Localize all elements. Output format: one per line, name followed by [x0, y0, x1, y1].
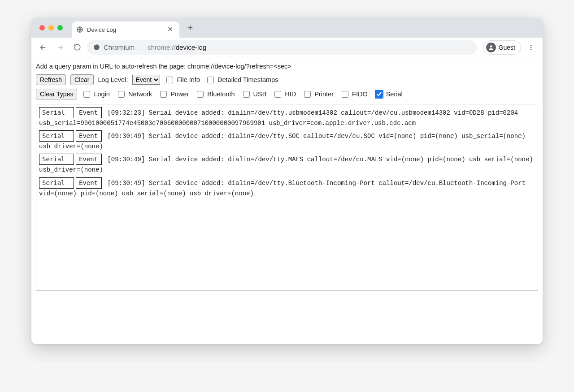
type-filter-usb[interactable]: USB [241, 90, 267, 99]
svg-point-4 [531, 47, 532, 48]
type-filter-label: Power [170, 90, 189, 98]
app-menu-button[interactable] [524, 40, 538, 55]
log-entry: SerialEvent [09:30:49] Serial device add… [39, 177, 535, 199]
svg-point-3 [531, 45, 532, 46]
omnibox-divider [141, 43, 141, 52]
type-filter-hid[interactable]: HID [273, 90, 296, 99]
log-panel: SerialEvent [09:32:23] Serial device add… [36, 104, 538, 291]
svg-point-1 [94, 44, 100, 50]
back-button[interactable] [36, 40, 50, 55]
log-level-tag: Event [76, 107, 102, 118]
clear-button[interactable]: Clear [70, 74, 93, 85]
controls-row-1: Refresh Clear Log Level: Event File Info… [34, 73, 540, 88]
detailed-timestamps-checkbox[interactable]: Detailed Timestamps [205, 75, 278, 85]
type-filter-label: Network [128, 90, 152, 98]
type-filter-input-serial[interactable] [376, 91, 383, 98]
file-info-checkbox[interactable]: File Info [165, 75, 200, 85]
type-filter-label: HID [285, 90, 296, 98]
type-filter-label: Login [94, 90, 109, 98]
log-kind-tag: Serial [39, 177, 74, 189]
close-tab-button[interactable]: ✕ [165, 25, 175, 34]
log-level-select[interactable]: Event [132, 75, 160, 85]
browser-window: Device Log ✕ Chromium chrome://device-lo… [31, 18, 543, 344]
omnibox-url: chrome://device-log [148, 43, 206, 51]
log-kind-tag: Serial [39, 154, 74, 165]
profile-label: Guest [499, 44, 515, 51]
new-tab-button[interactable] [184, 22, 196, 34]
active-tab[interactable]: Device Log ✕ [72, 22, 179, 38]
type-filter-input-login[interactable] [83, 91, 90, 98]
globe-icon [76, 26, 83, 33]
type-filter-bluetooth[interactable]: Bluetooth [195, 90, 235, 99]
detailed-timestamps-input[interactable] [207, 77, 214, 83]
log-message: [09:30:49] Serial device added: dialin=/… [39, 156, 533, 173]
window-controls [35, 25, 66, 30]
type-filter-label: USB [253, 90, 267, 98]
svg-point-5 [531, 49, 532, 50]
log-entry: SerialEvent [09:30:49] Serial device add… [39, 130, 535, 152]
svg-point-2 [490, 45, 492, 47]
minimize-window-button[interactable] [48, 25, 54, 30]
controls-row-2: Clear Types LoginNetworkPowerBluetoothUS… [34, 88, 540, 102]
forward-button[interactable] [53, 40, 67, 55]
reload-button[interactable] [70, 40, 84, 55]
profile-button[interactable]: Guest [483, 40, 521, 55]
type-filter-label: Bluetooth [207, 90, 235, 98]
type-filter-input-fido[interactable] [342, 91, 348, 98]
tab-strip: Device Log ✕ [31, 18, 543, 38]
type-filter-fido[interactable]: FIDO [340, 90, 368, 99]
type-filter-input-printer[interactable] [304, 91, 311, 98]
type-filter-printer[interactable]: Printer [302, 90, 334, 99]
omnibox-chip: Chromium [104, 43, 135, 51]
log-entry: SerialEvent [09:30:49] Serial device add… [39, 154, 535, 175]
type-filter-serial[interactable]: Serial [374, 90, 403, 99]
type-filter-input-power[interactable] [160, 91, 167, 98]
page-content: Add a query param in URL to auto-refresh… [31, 57, 543, 344]
type-filter-input-network[interactable] [118, 91, 125, 98]
type-filter-label: Printer [314, 90, 334, 98]
site-info-icon[interactable] [93, 44, 100, 51]
close-window-button[interactable] [39, 25, 45, 30]
log-kind-tag: Serial [39, 130, 74, 142]
type-filter-login[interactable]: Login [82, 90, 109, 99]
type-filters: LoginNetworkPowerBluetoothUSBHIDPrinterF… [82, 90, 403, 99]
type-filter-input-hid[interactable] [274, 91, 281, 98]
log-message: [09:32:23] Serial device added: dialin=/… [39, 109, 518, 127]
browser-toolbar: Chromium chrome://device-log Guest [31, 38, 543, 57]
avatar-icon [486, 43, 496, 52]
log-entry: SerialEvent [09:32:23] Serial device add… [39, 107, 535, 129]
file-info-input[interactable] [166, 77, 173, 83]
address-bar[interactable]: Chromium chrome://device-log [87, 40, 477, 55]
type-filter-power[interactable]: Power [158, 90, 189, 99]
log-message: [09:30:49] Serial device added: dialin=/… [39, 133, 526, 150]
refresh-hint: Add a query param in URL to auto-refresh… [34, 61, 540, 73]
log-level-tag: Event [76, 130, 102, 142]
log-level-tag: Event [76, 154, 102, 165]
clear-types-button[interactable]: Clear Types [36, 89, 77, 99]
type-filter-network[interactable]: Network [116, 90, 152, 99]
type-filter-input-bluetooth[interactable] [197, 91, 204, 98]
log-message: [09:30:49] Serial device added: dialin=/… [39, 180, 526, 197]
type-filter-input-usb[interactable] [243, 91, 250, 98]
tab-title: Device Log [87, 26, 162, 33]
zoom-window-button[interactable] [57, 25, 63, 30]
refresh-button[interactable]: Refresh [36, 74, 66, 85]
log-level-tag: Event [76, 177, 102, 189]
type-filter-label: FIDO [352, 90, 368, 98]
type-filter-label: Serial [386, 90, 403, 98]
log-kind-tag: Serial [39, 107, 74, 118]
log-level-label: Log Level: [98, 76, 128, 83]
